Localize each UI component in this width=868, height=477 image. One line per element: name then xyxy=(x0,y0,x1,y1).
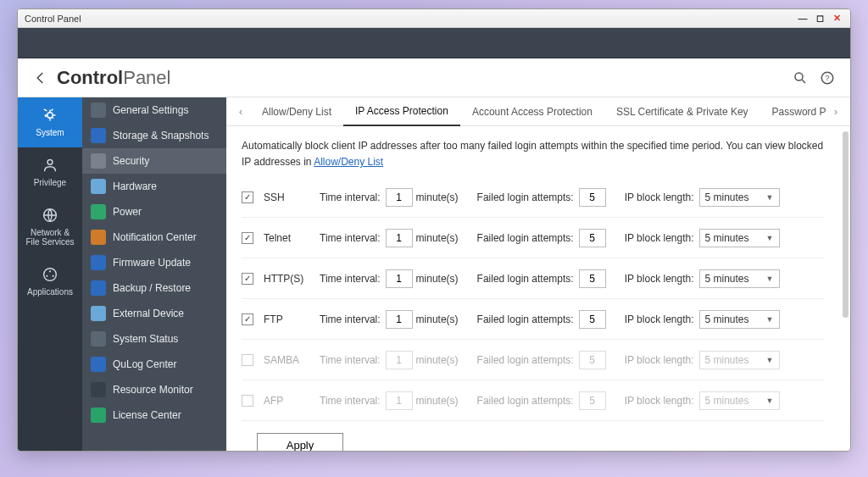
category-label: Privilege xyxy=(21,178,79,187)
failed-attempts-input[interactable] xyxy=(579,269,606,288)
category-label: System xyxy=(21,128,79,137)
maximize-button[interactable]: ◻ xyxy=(813,13,826,25)
category-label: Network & File Services xyxy=(21,228,79,247)
failed-attempts-input[interactable] xyxy=(579,188,606,207)
search-button[interactable] xyxy=(789,67,811,89)
block-length-select[interactable]: 5 minutes▼ xyxy=(699,229,780,247)
time-interval-label: Time interval: xyxy=(320,232,381,244)
sidebar-item-notification-center[interactable]: Notification Center xyxy=(82,225,226,250)
sidebar-item-icon xyxy=(91,306,106,321)
protocol-row-https: ✓HTTP(S)Time interval:minute(s)Failed lo… xyxy=(242,258,825,299)
time-interval-label: Time interval: xyxy=(320,354,381,366)
protocol-checkbox[interactable] xyxy=(242,395,253,407)
time-interval-input[interactable] xyxy=(386,188,413,207)
svg-line-1 xyxy=(802,80,805,83)
sidebar-item-label: Power xyxy=(113,206,142,218)
block-length-select[interactable]: 5 minutes▼ xyxy=(699,188,780,207)
category-icon xyxy=(41,206,59,225)
sidebar-item-resource-monitor[interactable]: Resource Monitor xyxy=(82,377,226,402)
content: Automatically block client IP addresses … xyxy=(226,126,850,451)
failed-attempts-input[interactable] xyxy=(579,351,606,369)
search-icon xyxy=(793,70,808,86)
protocol-checkbox[interactable] xyxy=(242,354,253,366)
sidebar-item-icon xyxy=(91,153,106,169)
svg-point-0 xyxy=(795,73,803,80)
sidebar-item-power[interactable]: Power xyxy=(82,199,226,225)
protocol-checkbox[interactable]: ✓ xyxy=(242,191,253,203)
chevron-down-icon: ▼ xyxy=(766,193,774,202)
failed-attempts-input[interactable] xyxy=(579,229,606,247)
sidebar-item-firmware-update[interactable]: Firmware Update xyxy=(82,250,226,275)
sidebar-item-qulog-center[interactable]: QuLog Center xyxy=(82,352,226,377)
page-title: ControlPanel xyxy=(57,67,170,89)
titlebar[interactable]: Control Panel — ◻ ✕ xyxy=(18,9,850,28)
sidebar-item-icon xyxy=(91,179,106,194)
category-network-file-services[interactable]: Network & File Services xyxy=(18,197,82,257)
sidebar-item-external-device[interactable]: External Device xyxy=(82,301,226,326)
sidebar-item-icon xyxy=(91,128,106,143)
time-interval-input[interactable] xyxy=(386,229,413,247)
sidebar-item-hardware[interactable]: Hardware xyxy=(82,174,226,199)
close-button[interactable]: ✕ xyxy=(830,13,843,25)
sidebar-item-storage-snapshots[interactable]: Storage & Snapshots xyxy=(82,123,226,148)
block-length-select[interactable]: 5 minutes▼ xyxy=(699,269,780,288)
protocol-checkbox[interactable]: ✓ xyxy=(242,232,253,244)
block-length-select[interactable]: 5 minutes▼ xyxy=(699,351,780,369)
protocol-row-samba: SAMBATime interval:minute(s)Failed login… xyxy=(242,340,825,380)
time-interval-input[interactable] xyxy=(386,310,413,329)
time-interval-input[interactable] xyxy=(386,269,413,288)
block-length-label: IP block length: xyxy=(625,273,694,285)
time-interval-input[interactable] xyxy=(386,391,413,410)
sidebar-item-label: Notification Center xyxy=(113,231,197,243)
sidebar-item-security[interactable]: Security xyxy=(82,148,226,174)
window-topbar xyxy=(18,28,850,58)
block-length-select[interactable]: 5 minutes▼ xyxy=(699,310,780,329)
failed-attempts-label: Failed login attempts: xyxy=(477,191,574,203)
block-length-label: IP block length: xyxy=(625,191,694,203)
help-button[interactable]: ? xyxy=(816,67,838,89)
sidebar-item-backup-restore[interactable]: Backup / Restore xyxy=(82,275,226,301)
sidebar-item-license-center[interactable]: License Center xyxy=(82,402,226,428)
apply-button[interactable]: Apply xyxy=(257,433,343,451)
tabs-scroll-left[interactable]: ‹ xyxy=(231,106,250,118)
tab-ip-access-protection[interactable]: IP Access Protection xyxy=(343,97,460,126)
sidebar-item-icon xyxy=(91,103,106,118)
sidebar-item-system-status[interactable]: System Status xyxy=(82,326,226,352)
category-applications[interactable]: Applications xyxy=(18,257,82,307)
time-interval-input[interactable] xyxy=(386,351,413,369)
sidebar-item-label: Backup / Restore xyxy=(113,282,191,294)
sidebar-item-general-settings[interactable]: General Settings xyxy=(82,97,226,123)
sidebar-item-icon xyxy=(91,331,106,347)
failed-attempts-input[interactable] xyxy=(579,391,606,410)
scrollbar[interactable] xyxy=(843,131,849,318)
minimize-button[interactable]: — xyxy=(796,13,810,25)
svg-point-4 xyxy=(47,113,53,118)
failed-attempts-input[interactable] xyxy=(579,310,606,329)
allow-deny-link[interactable]: Allow/Deny List xyxy=(314,156,383,168)
time-interval-unit: minute(s) xyxy=(416,273,459,285)
category-privilege[interactable]: Privilege xyxy=(18,147,82,197)
block-length-select[interactable]: 5 minutes▼ xyxy=(699,391,780,410)
tab-ssl-certificate-private-key[interactable]: SSL Certificate & Private Key xyxy=(604,97,760,126)
protocol-checkbox[interactable]: ✓ xyxy=(242,313,253,325)
failed-attempts-label: Failed login attempts: xyxy=(477,232,574,244)
protocol-name: FTP xyxy=(264,313,320,325)
tab-account-access-protection[interactable]: Account Access Protection xyxy=(460,97,604,126)
tabs-scroll-right[interactable]: › xyxy=(826,106,845,118)
protocol-checkbox[interactable]: ✓ xyxy=(242,273,253,285)
subnav: General SettingsStorage & SnapshotsSecur… xyxy=(82,97,226,451)
time-interval-unit: minute(s) xyxy=(416,191,459,203)
category-system[interactable]: System xyxy=(18,97,82,147)
failed-attempts-label: Failed login attempts: xyxy=(477,273,574,285)
tab-password-policy[interactable]: Password Policy xyxy=(760,97,826,126)
arrow-left-icon xyxy=(33,70,48,86)
sidebar-item-icon xyxy=(91,357,106,372)
time-interval-label: Time interval: xyxy=(320,313,381,325)
sidebar-item-icon xyxy=(91,230,106,245)
protocol-row-afp: AFPTime interval:minute(s)Failed login a… xyxy=(242,380,825,421)
control-panel-window: Control Panel — ◻ ✕ ControlPanel ? Syste… xyxy=(17,8,851,452)
svg-point-8 xyxy=(49,270,51,272)
tab-allow-deny-list[interactable]: Allow/Deny List xyxy=(250,97,343,126)
failed-attempts-label: Failed login attempts: xyxy=(477,313,574,325)
back-button[interactable] xyxy=(30,67,52,89)
